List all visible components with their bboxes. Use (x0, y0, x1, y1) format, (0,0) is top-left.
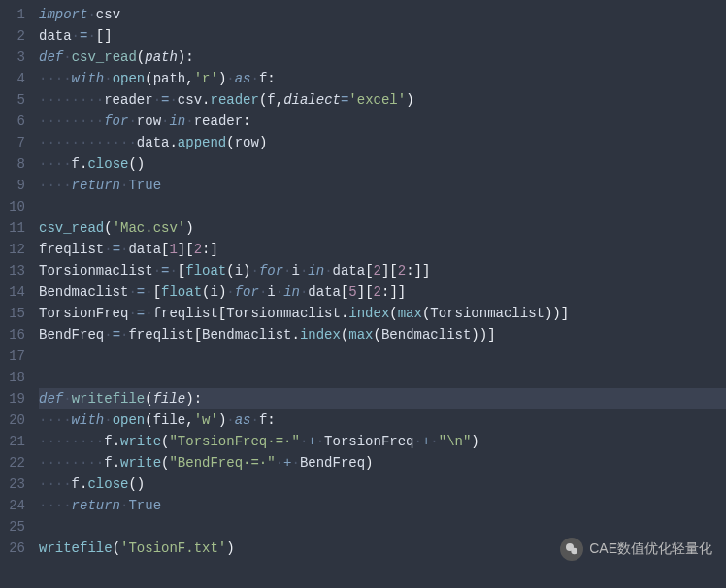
code-line[interactable] (39, 345, 726, 367)
line-number: 6 (4, 111, 25, 132)
line-number: 18 (4, 367, 25, 388)
line-number: 5 (4, 89, 25, 111)
code-line[interactable]: ····with·open(path,'r')·as·f: (39, 68, 726, 89)
code-line[interactable]: ····f.close() (39, 474, 726, 495)
code-editor[interactable]: 1 2 3 4 5 6 7 8 9 10 11 12 13 14 15 16 1… (0, 0, 726, 588)
line-number: 13 (4, 260, 25, 281)
line-number: 25 (4, 516, 25, 538)
code-line[interactable]: ····return·True (39, 175, 726, 196)
line-number: 17 (4, 345, 25, 367)
line-number: 23 (4, 474, 25, 495)
line-number: 3 (4, 47, 25, 68)
line-number: 11 (4, 217, 25, 239)
line-number: 10 (4, 196, 25, 217)
code-line[interactable]: freqlist·=·data[1][2:] (39, 239, 726, 260)
line-number: 4 (4, 68, 25, 89)
line-number: 7 (4, 132, 25, 153)
line-number: 26 (4, 538, 25, 559)
code-line[interactable]: ········f.write("TorsionFreq·=·"·+·Torsi… (39, 431, 726, 452)
line-number: 12 (4, 239, 25, 260)
line-number: 14 (4, 281, 25, 303)
code-line[interactable]: Torsionmaclist·=·[float(i)·for·i·in·data… (39, 260, 726, 281)
line-number: 24 (4, 495, 25, 516)
code-line[interactable]: ········for·row·in·reader: (39, 111, 726, 132)
line-number: 20 (4, 409, 25, 431)
watermark: CAE数值优化轻量化 (560, 538, 712, 561)
code-line[interactable]: def·csv_read(path): (39, 47, 726, 68)
code-line[interactable]: BendFreq·=·freqlist[Bendmaclist.index(ma… (39, 324, 726, 345)
line-number: 19 (4, 388, 25, 409)
code-line[interactable]: def·writefile(file): (39, 388, 726, 409)
code-line[interactable] (39, 516, 726, 538)
code-line[interactable] (39, 367, 726, 388)
code-line[interactable]: Bendmaclist·=·[float(i)·for·i·in·data[5]… (39, 281, 726, 303)
code-line[interactable]: ····f.close() (39, 153, 726, 175)
code-line[interactable]: csv_read('Mac.csv') (39, 217, 726, 239)
code-line[interactable]: TorsionFreq·=·freqlist[Torsionmaclist.in… (39, 303, 726, 324)
wechat-icon (560, 538, 583, 561)
code-line[interactable]: ········reader·=·csv.reader(f,dialect='e… (39, 89, 726, 111)
svg-point-1 (572, 548, 578, 555)
code-line[interactable]: ····with·open(file,'w')·as·f: (39, 409, 726, 431)
code-line[interactable]: data·=·[] (39, 25, 726, 47)
line-number: 22 (4, 452, 25, 474)
code-line[interactable] (39, 196, 726, 217)
line-number-gutter: 1 2 3 4 5 6 7 8 9 10 11 12 13 14 15 16 1… (0, 0, 33, 588)
line-number: 2 (4, 25, 25, 47)
line-number: 21 (4, 431, 25, 452)
code-content[interactable]: import·csv data·=·[] def·csv_read(path):… (33, 0, 726, 588)
line-number: 9 (4, 175, 25, 196)
line-number: 16 (4, 324, 25, 345)
line-number: 15 (4, 303, 25, 324)
line-number: 8 (4, 153, 25, 175)
code-line[interactable]: import·csv (39, 4, 726, 25)
code-line[interactable]: ············data.append(row) (39, 132, 726, 153)
code-line[interactable]: ········f.write("BendFreq·=·"·+·BendFreq… (39, 452, 726, 474)
code-line[interactable]: ····return·True (39, 495, 726, 516)
line-number: 1 (4, 4, 25, 25)
watermark-text: CAE数值优化轻量化 (589, 540, 712, 558)
